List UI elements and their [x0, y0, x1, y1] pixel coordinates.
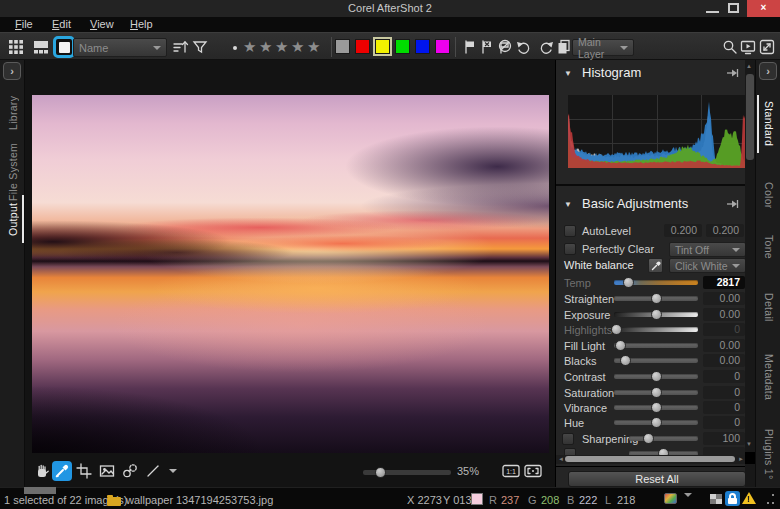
- highlights-value[interactable]: 0: [703, 323, 745, 336]
- tab-plugins-1[interactable]: Plugins 1°: [756, 425, 780, 483]
- redo-button[interactable]: [536, 37, 556, 57]
- fill-light-value[interactable]: 0.00: [703, 339, 745, 352]
- rating-none-dot[interactable]: [233, 46, 237, 50]
- pin-icon[interactable]: [726, 199, 739, 211]
- saturation-value[interactable]: 0: [703, 386, 745, 399]
- star-3[interactable]: ★: [275, 38, 288, 56]
- vibrance-slider-handle[interactable]: [651, 402, 662, 413]
- fit-to-screen-button[interactable]: [524, 462, 542, 480]
- fill-light-slider-handle[interactable]: [615, 340, 626, 351]
- sort-direction-button[interactable]: [171, 37, 191, 57]
- collapse-triangle-icon[interactable]: ▼: [564, 69, 572, 78]
- perfectly-clear-checkbox[interactable]: [564, 243, 576, 255]
- scroll-left-arrow-icon[interactable]: ◄: [558, 456, 564, 463]
- collapse-triangle-icon[interactable]: ▼: [564, 200, 572, 209]
- tab-tone[interactable]: Tone: [756, 231, 780, 263]
- tool-options-dropdown[interactable]: [164, 462, 182, 480]
- photo-sunset-lake[interactable]: [32, 95, 549, 453]
- straighten-value[interactable]: 0.00: [703, 292, 745, 305]
- warning-icon[interactable]: [742, 492, 756, 504]
- star-1[interactable]: ★: [243, 38, 256, 56]
- tab-detail[interactable]: Detail: [756, 288, 780, 327]
- panel-horizontal-scrollbar[interactable]: ◄ ►: [556, 455, 746, 464]
- tab-library[interactable]: Library: [0, 92, 25, 134]
- color-profile-icon[interactable]: [664, 493, 677, 504]
- histogram-header[interactable]: ▼ Histogram: [556, 64, 746, 84]
- exposure-value[interactable]: 0.00: [703, 308, 745, 321]
- sharpening-checkbox[interactable]: [562, 433, 574, 445]
- chevron-down-icon[interactable]: [684, 497, 692, 509]
- white-balance-dropper-tool-button[interactable]: [52, 461, 72, 481]
- autolevel-value-2[interactable]: 0.200: [706, 224, 744, 237]
- contrast-slider-handle[interactable]: [651, 371, 662, 382]
- blacks-value[interactable]: 0.00: [703, 354, 745, 367]
- exposure-slider-handle[interactable]: [651, 309, 662, 320]
- undo-button[interactable]: [514, 37, 534, 57]
- zoom-slider[interactable]: [363, 470, 451, 475]
- fill-light-slider[interactable]: [614, 343, 698, 348]
- scroll-up-arrow-icon[interactable]: ▲: [746, 63, 752, 69]
- highlights-slider[interactable]: [614, 327, 698, 332]
- basic-adjustments-header[interactable]: ▼ Basic Adjustments: [556, 195, 746, 215]
- lock-icon[interactable]: [725, 491, 740, 506]
- tab-standard[interactable]: Standard: [756, 95, 780, 153]
- temp-slider-handle[interactable]: [623, 277, 634, 288]
- clipped-row-value[interactable]: [703, 447, 745, 455]
- sharpening-value[interactable]: 100: [703, 432, 745, 445]
- menu-help[interactable]: Help: [130, 18, 153, 30]
- white-balance-select[interactable]: Click White: [669, 258, 746, 273]
- layer-select[interactable]: Main Layer: [572, 39, 634, 56]
- color-swatch-blue[interactable]: [415, 39, 430, 54]
- autolevel-value-1[interactable]: 0.200: [664, 224, 702, 237]
- close-button[interactable]: ×: [747, 0, 780, 17]
- hue-value[interactable]: 0: [703, 416, 745, 429]
- vibrance-value[interactable]: 0: [703, 401, 745, 414]
- star-4[interactable]: ★: [291, 38, 304, 56]
- menu-edit[interactable]: Edit: [52, 18, 71, 30]
- clipped-row-checkbox[interactable]: [564, 448, 576, 455]
- saturation-slider-handle[interactable]: [651, 387, 662, 398]
- filmstrip-view-button[interactable]: [31, 37, 51, 57]
- scroll-right-arrow-icon[interactable]: ►: [738, 456, 744, 463]
- straighten-slider-handle[interactable]: [651, 293, 662, 304]
- minimize-button[interactable]: [706, 4, 719, 13]
- white-balance-dropper-button[interactable]: [648, 258, 663, 273]
- menu-file[interactable]: File: [15, 18, 33, 30]
- resize-grip[interactable]: [762, 494, 776, 506]
- horizontal-scroll-thumb[interactable]: [565, 456, 735, 462]
- single-image-view-button[interactable]: [53, 36, 75, 58]
- expand-right-panel-button[interactable]: ›: [759, 62, 777, 80]
- color-swatch-magenta[interactable]: [435, 39, 450, 54]
- tab-metadata[interactable]: Metadata: [756, 348, 780, 406]
- maximize-button[interactable]: [728, 3, 739, 13]
- star-5[interactable]: ★: [307, 38, 320, 56]
- color-swatch-red[interactable]: [355, 39, 370, 54]
- vertical-scroll-thumb[interactable]: [746, 74, 754, 160]
- highlights-slider-handle[interactable]: [611, 324, 622, 335]
- tint-select[interactable]: Tint Off: [669, 242, 746, 257]
- flag-clear-button[interactable]: [494, 37, 514, 57]
- autolevel-checkbox[interactable]: [564, 225, 576, 237]
- thumbnail-grid-view-button[interactable]: [6, 37, 26, 57]
- sort-field-select[interactable]: Name: [73, 38, 167, 57]
- star-2[interactable]: ★: [259, 38, 272, 56]
- hue-slider-handle[interactable]: [651, 417, 662, 428]
- crop-tool-button[interactable]: [75, 462, 93, 480]
- straighten-tool-button[interactable]: [144, 462, 162, 480]
- pixel-grid-icon[interactable]: [710, 494, 722, 506]
- panel-vertical-scrollbar[interactable]: ▲ ▼: [745, 60, 755, 487]
- color-swatch-yellow[interactable]: [375, 39, 390, 54]
- zoom-slider-handle[interactable]: [375, 467, 386, 478]
- zoom-100-button[interactable]: 1:1: [502, 462, 520, 480]
- scroll-down-arrow-icon[interactable]: ▼: [746, 441, 752, 447]
- heal-clone-tool-button[interactable]: [121, 462, 139, 480]
- sharpening-slider[interactable]: [629, 436, 698, 441]
- filename[interactable]: 1347194253753.jpg: [176, 494, 273, 506]
- tab-color[interactable]: Color: [756, 178, 780, 212]
- filter-button[interactable]: [190, 37, 210, 57]
- color-swatch-gray[interactable]: [335, 39, 350, 54]
- contrast-value[interactable]: 0: [703, 370, 745, 383]
- fullscreen-button[interactable]: [757, 37, 777, 57]
- sharpening-slider-handle[interactable]: [643, 433, 654, 444]
- slideshow-button[interactable]: [738, 37, 758, 57]
